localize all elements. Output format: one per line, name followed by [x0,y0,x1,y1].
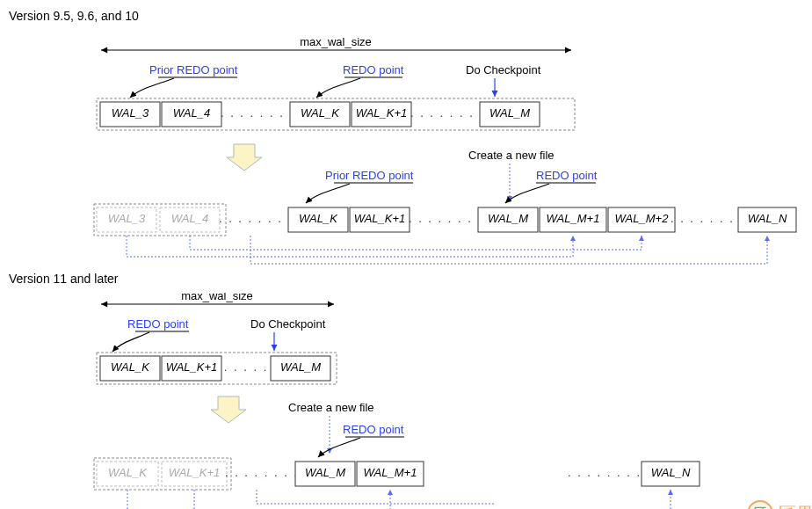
row1-cell: WAL_4 [173,106,210,120]
redo-label-3: REDO point [127,317,189,331]
dots: . . . . . . . . [671,212,744,225]
row2-cell: WAL_K+1 [354,212,406,225]
row1-cell: WAL_3 [112,106,149,120]
row2-cell: WAL_M+2 [615,212,670,225]
section2-title: Version 11 and later [9,272,812,286]
s2-row1-cell: WAL_K+1 [166,360,218,374]
redo-label-1: REDO point [343,63,404,76]
create-new-file-2: Create a new file [288,401,374,414]
row2-cell: WAL_M [488,212,528,225]
s2-row2-cell: WAL_M [305,466,345,479]
redo-label-4: REDO point [343,423,404,436]
max-wal-size-label: max_wal_size [300,35,372,48]
row2-ghost: WAL_4 [171,212,208,225]
redo-label-2: REDO point [536,169,598,182]
section2-diagram: max_wal_size REDO point Do Checkpoint WA… [9,293,812,509]
s2-row1-cell: WAL_K [111,360,150,374]
row2-ghost: WAL_3 [108,212,146,225]
prior-redo-label-2: Prior REDO point [325,169,414,182]
dots: . . . . . . . [214,360,279,374]
s2-row2-cell: WAL_N [651,466,691,479]
s2-row1-cell: WAL_M [280,360,321,374]
dots: . . . . . . . . [225,466,299,479]
s2-row2-ghost: WAL_K+1 [169,466,221,479]
prior-redo-label-1: Prior REDO point [149,63,238,76]
s2-row2-cell: WAL_M+1 [364,466,417,479]
dots: . . . . . . . . [219,212,293,225]
create-new-file-1: Create a new file [468,149,555,162]
watermark-logo-icon: 匠 [747,500,773,509]
section1-title: Version 9.5, 9.6, and 10 [9,9,812,23]
section1-diagram: max_wal_size Prior REDO point REDO point… [9,30,812,272]
row2-cell: WAL_M+1 [547,212,600,225]
dots: . . . . . . . . [221,106,294,120]
row1-cell: WAL_K [301,106,340,120]
dots: . . . . . . . . [568,466,642,479]
do-checkpoint-1: Do Checkpoint [466,63,541,76]
row1-cell: WAL_M [489,106,530,120]
do-checkpoint-2: Do Checkpoint [250,317,326,331]
flow-arrow-icon [227,144,262,171]
row2-cell: WAL_N [748,212,787,225]
s2-row2-ghost: WAL_K [108,466,148,479]
dots: . . . . . . . . [409,212,482,225]
flow-arrow-icon [211,396,246,423]
max-wal-size-label-2: max_wal_size [181,293,253,302]
watermark: 匠 匠果 [747,500,812,509]
row1-cell: WAL_K+1 [356,106,408,120]
watermark-text: 匠果 [779,502,812,510]
dots: . . . . . . . . [410,106,484,120]
row2-cell: WAL_K [299,212,338,225]
